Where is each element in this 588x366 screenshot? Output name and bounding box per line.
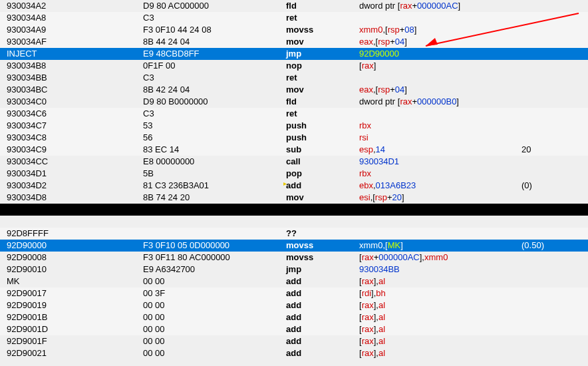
address-cell: 92D9001B (0, 311, 143, 323)
bytes-cell: D9 80 AC000000 (143, 0, 286, 12)
operands-cell: rsi (359, 132, 521, 144)
disassembly-row[interactable]: 930034C0D9 80 B0000000flddword ptr [rax+… (0, 96, 588, 108)
disassembly-row[interactable]: INJECTE9 48CBD8FFjmp92D90000 (0, 48, 588, 60)
disassembly-row[interactable]: 930034C983 EC 14subesp,1420 (0, 144, 588, 156)
bytes-cell: 53 (143, 120, 286, 132)
disassembly-row[interactable]: 930034C856pushrsi (0, 132, 588, 144)
disassembly-listing[interactable]: 930034A2D9 80 AC000000flddword ptr [rax+… (0, 0, 588, 359)
disassembly-row[interactable]: 930034D15Bpoprbx (0, 168, 588, 180)
operands-cell: eax,[rsp+04] (359, 84, 521, 96)
address-cell: 92D90008 (0, 252, 143, 264)
mnemonic-cell: mov (286, 84, 359, 96)
address-cell: 930034A9 (0, 24, 143, 36)
disassembly-row[interactable] (0, 204, 588, 216)
disassembly-row[interactable]: 930034D281 C3 236B3A01addebx,013A6B23(0) (0, 180, 588, 192)
operands-cell: esi,[rsp+20] (359, 192, 521, 204)
address-cell: INJECT (0, 48, 143, 60)
disassembly-row[interactable]: 92D9001F00 00add[rax],al (0, 335, 588, 347)
disassembly-row[interactable]: 930034BC8B 42 24 04moveax,[rsp+04] (0, 84, 588, 96)
disassembly-row[interactable]: 92D90008F3 0F11 80 AC000000movss[rax+000… (0, 252, 588, 264)
bytes-cell: 56 (143, 132, 286, 144)
address-cell: 92D9001D (0, 323, 143, 335)
disassembly-row[interactable]: 92D8FFFF?? (0, 228, 588, 240)
mnemonic-cell: nop (286, 60, 359, 72)
address-cell: 930034D8 (0, 192, 143, 204)
operands-cell: [rdi],bh (359, 287, 521, 299)
operands-cell: rbx (359, 168, 521, 180)
bytes-cell: C3 (143, 72, 286, 84)
bytes-cell: 83 EC 14 (143, 144, 286, 156)
operands-cell: [rax],al (359, 275, 521, 287)
mnemonic-cell: movss (286, 252, 359, 264)
mnemonic-cell: mov (286, 192, 359, 204)
disassembly-row[interactable]: 92D9001900 00add[rax],al (0, 299, 588, 311)
bytes-cell: C3 (143, 108, 286, 120)
disassembly-row[interactable]: 92D9001700 3Fadd[rdi],bh (0, 287, 588, 299)
bytes-cell: 00 00 (143, 335, 286, 347)
mnemonic-cell: jmp (286, 48, 359, 60)
operands-cell: dword ptr [rax+000000B0] (359, 96, 521, 108)
mnemonic-cell: jmp (286, 264, 359, 275)
disassembly-row[interactable]: 930034B80F1F 00nop[rax] (0, 60, 588, 72)
mnemonic-cell: movss (286, 24, 359, 36)
bytes-cell: 00 00 (143, 347, 286, 359)
operands-cell: [rax],al (359, 335, 521, 347)
address-cell: MK (0, 275, 143, 287)
disassembly-row[interactable]: 92D90000F3 0F10 05 0D000000movssxmm0,[MK… (0, 240, 588, 252)
operands-cell: [rax] (359, 60, 521, 72)
disassembly-row[interactable]: 930034C6C3ret (0, 108, 588, 120)
address-cell: 930034BC (0, 84, 143, 96)
address-cell: 930034D2 (0, 180, 143, 192)
mnemonic-cell: ret (286, 72, 359, 84)
operands-cell: esp,14 (359, 144, 521, 156)
address-cell: 92D90010 (0, 264, 143, 275)
operands-cell: eax,[rsp+04] (359, 36, 521, 48)
operands-cell: [rax],al (359, 347, 521, 359)
mnemonic-cell: ret (286, 12, 359, 24)
disassembly-row[interactable]: 930034A2D9 80 AC000000flddword ptr [rax+… (0, 0, 588, 12)
mnemonic-cell: add (286, 180, 359, 192)
bytes-cell: F3 0F10 05 0D000000 (143, 240, 286, 252)
disassembly-row[interactable]: 92D9002100 00add[rax],al (0, 347, 588, 359)
mnemonic-cell: call (286, 156, 359, 168)
bytes-cell: 81 C3 236B3A01 (143, 180, 286, 192)
operands-cell: 930034D1 (359, 156, 521, 168)
bytes-cell: 00 00 (143, 311, 286, 323)
operands-cell: [rax+000000AC],xmm0 (359, 252, 521, 264)
operands-cell: [rax],al (359, 311, 521, 323)
disassembly-row[interactable]: 930034CCE8 00000000call930034D1 (0, 156, 588, 168)
address-cell: 930034A2 (0, 0, 143, 12)
operands-cell: xmm0,[MK] (359, 240, 521, 252)
address-cell: 92D90000 (0, 240, 143, 252)
disassembly-row[interactable]: 930034BBC3ret (0, 72, 588, 84)
address-cell: 930034D1 (0, 168, 143, 180)
comment-cell: (0.50) (521, 240, 588, 252)
disassembly-row[interactable]: 92D9001D00 00add[rax],al (0, 323, 588, 335)
operands-cell: xmm0,[rsp+08] (359, 24, 521, 36)
disassembly-row[interactable]: MK00 00add[rax],al (0, 275, 588, 287)
mnemonic-cell: add (286, 323, 359, 335)
disassembly-row[interactable]: 930034D88B 74 24 20movesi,[rsp+20] (0, 192, 588, 204)
address-cell: 92D90021 (0, 347, 143, 359)
mnemonic-cell: add (286, 287, 359, 299)
address-cell: 930034C9 (0, 144, 143, 156)
disassembly-row[interactable]: 930034A8C3ret (0, 12, 588, 24)
mnemonic-cell: ?? (286, 228, 359, 240)
disassembly-row[interactable]: 92D9001B00 00add[rax],al (0, 311, 588, 323)
address-cell: 930034BB (0, 72, 143, 84)
mnemonic-cell: mov (286, 36, 359, 48)
bytes-cell: 8B 42 24 04 (143, 84, 286, 96)
bytes-cell: 0F1F 00 (143, 60, 286, 72)
operands-cell: [rax],al (359, 323, 521, 335)
disassembly-row[interactable]: 930034AF8B 44 24 04moveax,[rsp+04] (0, 36, 588, 48)
disassembly-row[interactable]: 930034C753pushrbx (0, 120, 588, 132)
mnemonic-cell: add (286, 347, 359, 359)
bytes-cell: 00 00 (143, 275, 286, 287)
disassembly-row[interactable]: 930034A9F3 0F10 44 24 08movssxmm0,[rsp+0… (0, 24, 588, 36)
mnemonic-cell: ret (286, 108, 359, 120)
bytes-cell: E8 00000000 (143, 156, 286, 168)
mnemonic-cell: sub (286, 144, 359, 156)
mnemonic-cell: fld (286, 0, 359, 12)
disassembly-row[interactable]: 92D90010E9 A6342700jmp930034BB (0, 264, 588, 275)
bytes-cell: 8B 44 24 04 (143, 36, 286, 48)
